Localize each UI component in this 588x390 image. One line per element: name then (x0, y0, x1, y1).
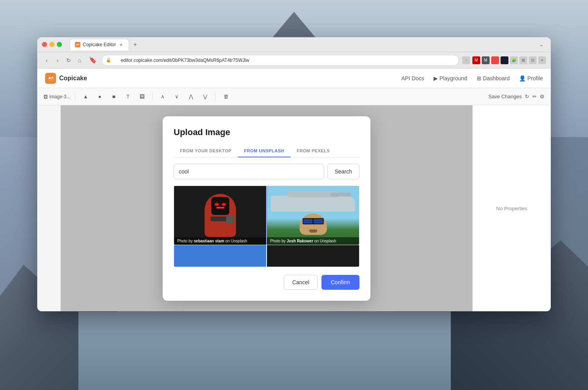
mask-hands-area (211, 217, 230, 221)
confirm-label: Confirm (331, 279, 350, 285)
image-1-caption: Photo by sebastiaan stam on Unsplash (174, 237, 266, 245)
toolbar-save-area: Save Changes ↻ ✏ ⚙ (488, 94, 544, 99)
maximize-button[interactable] (57, 42, 62, 47)
ext-icon-4[interactable] (501, 56, 508, 64)
mask-head (211, 197, 229, 215)
tab-title: Copicake Editor (83, 42, 116, 47)
search-row: Search (174, 164, 359, 179)
dark-bg (174, 186, 266, 245)
ext-icon-8[interactable]: ≡ (538, 56, 546, 64)
water (78, 312, 510, 390)
modal-footer: Cancel Confirm (174, 275, 359, 290)
airplane-tail (330, 193, 351, 197)
settings-icon[interactable]: ⚙ (540, 94, 544, 99)
edit-icon[interactable]: ✏ (532, 94, 537, 99)
triangle-tool[interactable]: ▲ (80, 91, 91, 102)
window-collapse-icon[interactable]: ⌄ (537, 40, 546, 49)
tab-from-desktop[interactable]: FROM YOUR DESKTOP (174, 145, 238, 157)
bookmark-icon[interactable]: 🔖 (87, 56, 98, 64)
image-layer-item: 🖼 image-3... (44, 94, 70, 99)
image-layer-icon: 🖼 (44, 94, 48, 99)
refresh-icon[interactable]: ↻ (525, 94, 529, 99)
toolbar: 🖼 image-3... ▲ ● ■ T 🖼 ∧ ∨ ⋀ ⋁ 🗑 Save Ch… (37, 88, 551, 105)
traffic-lights (42, 42, 62, 47)
canvas-area: Upload Image FROM YOUR DESKTOP FROM UNSP… (37, 105, 551, 311)
profile-link[interactable]: 👤 Profile (519, 75, 543, 81)
airplane-body (271, 196, 355, 211)
square-tool[interactable]: ■ (108, 91, 119, 102)
move-up-tool[interactable]: ∧ (157, 91, 168, 102)
lock-icon: 🔒 (106, 58, 111, 63)
nav-links: API Docs ▶ Playground ⊞ Dashboard 👤 Prof… (401, 75, 543, 81)
address-input-container[interactable]: 🔒 editor.copicake.com/edit/0bPK73bw3daQM… (102, 55, 459, 66)
ext-icon-3[interactable] (491, 56, 499, 64)
tab-pexels-label: FROM PEXELS (297, 148, 330, 153)
search-button-label: Search (335, 168, 352, 175)
save-changes-label: Save Changes (488, 94, 522, 99)
close-button[interactable] (42, 42, 47, 47)
image-cell-3[interactable] (174, 245, 266, 267)
dashboard-link[interactable]: ⊞ Dashboard (477, 75, 510, 81)
circle-tool[interactable]: ● (94, 91, 105, 102)
search-input[interactable] (174, 164, 324, 179)
back-button[interactable]: ‹ (42, 56, 51, 65)
active-tab[interactable]: 🍰 Copicake Editor ✕ (70, 39, 129, 51)
modal-title: Upload Image (174, 127, 359, 137)
toolbar-separator-3 (215, 93, 216, 101)
move-bottom-tool[interactable]: ⋁ (200, 91, 211, 102)
modal-tabs: FROM YOUR DESKTOP FROM UNSPLASH FROM PEX… (174, 145, 359, 157)
image-cell-1[interactable]: Photo by sebastiaan stam on Unsplash (174, 186, 266, 245)
tab-from-pexels[interactable]: FROM PEXELS (290, 145, 336, 157)
modal-overlay: Upload Image FROM YOUR DESKTOP FROM UNSP… (61, 105, 472, 311)
toolbar-separator-2 (152, 93, 152, 101)
caption-text-1: Photo by (177, 239, 194, 243)
image-tool[interactable]: 🖼 (136, 91, 147, 102)
camera-object (226, 216, 234, 223)
ext-icon-6[interactable]: ⊞ (519, 56, 527, 64)
image-cell-2[interactable]: Photo by Josh Rakower on Unsplash (267, 186, 359, 245)
image-cell-4[interactable] (267, 245, 359, 267)
move-down-tool[interactable]: ∨ (171, 91, 182, 102)
playground-label: Playground (439, 75, 467, 81)
toolbar-separator-1 (75, 93, 75, 101)
tab-close-icon[interactable]: ✕ (118, 42, 124, 47)
tab-from-unsplash[interactable]: FROM UNSPLASH (238, 145, 290, 157)
home-button[interactable]: ⌂ (75, 56, 84, 65)
move-top-tool[interactable]: ⋀ (185, 91, 196, 102)
search-button[interactable]: Search (327, 164, 359, 179)
extension-icons: M M 🧩 ⊞ ⊡ ≡ (472, 56, 546, 64)
app-content: 🍰 Copicake API Docs ▶ Playground ⊞ Dashb… (37, 69, 551, 311)
confirm-button[interactable]: Confirm (321, 275, 359, 290)
ext-icon-5[interactable]: 🧩 (510, 56, 518, 64)
ext-icon-2[interactable]: M (482, 56, 490, 64)
share-icon[interactable]: ↑ (462, 56, 470, 64)
minimize-button[interactable] (49, 42, 54, 47)
canvas-main[interactable]: Upload Image FROM YOUR DESKTOP FROM UNSP… (61, 105, 472, 311)
window-controls: ⌄ (537, 40, 546, 49)
api-docs-link[interactable]: API Docs (401, 75, 424, 81)
delete-tool[interactable]: 🗑 (220, 91, 231, 102)
ext-icon-7[interactable]: ⊡ (529, 56, 537, 64)
title-bar: 🍰 Copicake Editor ✕ + ⌄ (37, 37, 551, 52)
image-1-content (174, 186, 266, 245)
new-tab-button[interactable]: + (131, 40, 140, 49)
text-tool[interactable]: T (122, 91, 133, 102)
caption-on-2: on (313, 239, 320, 243)
mask-eye-right (222, 203, 226, 206)
caption-source-2: Unsplash (320, 239, 336, 243)
cancel-button[interactable]: Cancel (284, 275, 318, 290)
caption-source-1: Unsplash (231, 239, 247, 243)
nav-buttons: ‹ › ↻ ⌂ (42, 56, 84, 65)
glass-right (314, 219, 323, 224)
dog-nose (309, 229, 317, 233)
profile-label: Profile (527, 75, 543, 81)
hooded-figure (205, 194, 236, 237)
forward-button[interactable]: › (53, 56, 62, 65)
dashboard-label: Dashboard (483, 75, 510, 81)
reload-button[interactable]: ↻ (64, 56, 73, 65)
app-navigation: 🍰 Copicake API Docs ▶ Playground ⊞ Dashb… (37, 69, 551, 88)
ext-icon-1[interactable]: M (472, 56, 480, 64)
tab-desktop-label: FROM YOUR DESKTOP (180, 148, 232, 153)
address-actions: ↑ M M 🧩 ⊞ ⊡ ≡ (462, 56, 546, 64)
playground-link[interactable]: ▶ Playground (434, 75, 467, 81)
